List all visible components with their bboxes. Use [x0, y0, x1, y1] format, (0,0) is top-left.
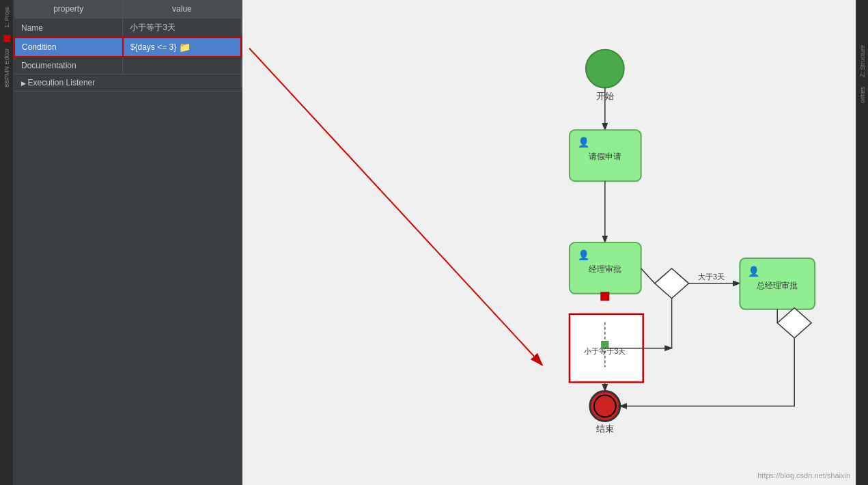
- task1-label: 请假申请: [589, 152, 621, 161]
- app-container: 1: Proje 8BPMN Editor property value Nam…: [0, 0, 868, 485]
- folder-icon[interactable]: 📁: [179, 42, 191, 53]
- table-row[interactable]: Documentation: [14, 57, 241, 74]
- red-arrow: [249, 48, 542, 365]
- main-canvas[interactable]: 开始 👤 请假申请 👤 经理审批 大于3天 👤 总经理审: [242, 0, 856, 485]
- table-row-execution-listener[interactable]: Execution Listener: [14, 74, 241, 92]
- table-row[interactable]: Name 小于等于3天: [14, 18, 241, 38]
- bpmn-diagram: 开始 👤 请假申请 👤 经理审批 大于3天 👤 总经理审: [242, 0, 856, 485]
- end-label: 结束: [596, 424, 614, 434]
- property-doc-value[interactable]: [123, 57, 241, 74]
- condition-value-text: ${days <= 3}: [130, 42, 176, 52]
- property-condition-label: Condition: [14, 38, 123, 57]
- properties-sidebar: property value Name 小于等于3天 Condition ${d…: [14, 0, 242, 485]
- table-row-condition[interactable]: Condition ${days <= 3} 📁: [14, 38, 241, 57]
- property-condition-value[interactable]: ${days <= 3} 📁: [123, 38, 241, 57]
- properties-table: property value Name 小于等于3天 Condition ${d…: [14, 0, 242, 92]
- red-indicator: [3, 35, 10, 42]
- property-name-label: Name: [14, 18, 123, 38]
- right-tab-structure[interactable]: Z: Structure: [858, 41, 867, 81]
- task3-label: 总经理审批: [756, 281, 798, 290]
- left-tab-bpmn[interactable]: 8BPMN Editor: [3, 44, 11, 92]
- watermark: https://blog.csdn.net/shaixin: [757, 471, 850, 480]
- svg-point-6: [594, 396, 616, 417]
- connector-red: [601, 292, 609, 301]
- right-edge-tabs: Z: Structure orities: [856, 0, 868, 485]
- property-execution-label[interactable]: Execution Listener: [14, 74, 241, 92]
- gateway-gt-label: 大于3天: [698, 273, 725, 281]
- start-event[interactable]: [586, 50, 624, 88]
- right-tab-priorities[interactable]: orities: [858, 83, 867, 107]
- left-edge-tabs: 1: Proje 8BPMN Editor: [0, 0, 14, 485]
- gateway-diamond[interactable]: [655, 268, 689, 299]
- svg-text:👤: 👤: [748, 266, 760, 277]
- col-header-property: property: [14, 0, 123, 18]
- task2-label: 经理审批: [589, 264, 621, 274]
- flow-task2-gateway: [641, 268, 655, 283]
- gateway-diamond2[interactable]: [777, 308, 811, 338]
- col-header-value: value: [123, 0, 241, 18]
- property-name-value[interactable]: 小于等于3天: [123, 18, 241, 38]
- left-tab-project[interactable]: 1: Proje: [3, 3, 11, 32]
- property-doc-label: Documentation: [14, 57, 123, 74]
- svg-text:👤: 👤: [578, 137, 590, 148]
- svg-text:👤: 👤: [578, 249, 590, 261]
